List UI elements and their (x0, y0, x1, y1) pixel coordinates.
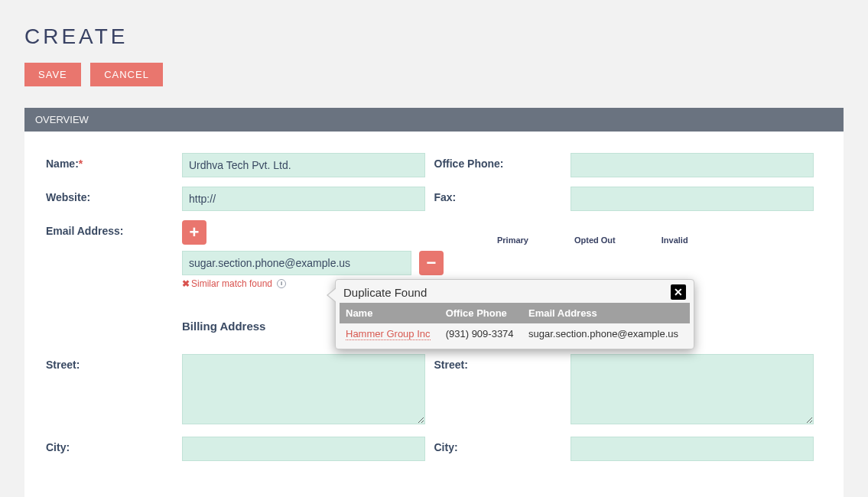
office-phone-input[interactable] (571, 153, 814, 177)
required-star: * (79, 158, 83, 170)
billing-street-input[interactable] (182, 354, 425, 424)
popup-title: Duplicate Found (343, 286, 427, 299)
fax-input[interactable] (571, 187, 814, 211)
opted-out-option-label: Opted Out (574, 236, 616, 245)
save-button[interactable]: SAVE (24, 63, 81, 86)
shipping-city-label: City: (434, 437, 557, 453)
popup-arrow (327, 287, 336, 303)
section-overview-header: OVERVIEW (24, 108, 844, 132)
name-input[interactable] (182, 153, 425, 177)
name-label-text: Name: (46, 158, 79, 170)
dup-row-name-link[interactable]: Hammer Group Inc (346, 328, 431, 340)
billing-street-label: Street: (46, 354, 168, 371)
shipping-street-input[interactable] (571, 354, 814, 424)
email-input[interactable] (182, 251, 411, 275)
shipping-street-label: Street: (434, 354, 557, 371)
billing-city-input[interactable] (182, 437, 425, 461)
name-label: Name:* (46, 153, 168, 170)
close-icon[interactable]: ✖ (182, 278, 190, 289)
cancel-button[interactable]: CANCEL (90, 63, 163, 86)
shipping-city-input[interactable] (571, 437, 814, 461)
invalid-option-label: Invalid (662, 236, 688, 245)
minus-icon: − (427, 252, 437, 274)
email-label: Email Address: (46, 220, 168, 237)
table-row: Hammer Group Inc (931) 909-3374 sugar.se… (340, 323, 690, 344)
office-phone-label: Office Phone: (434, 153, 557, 170)
fax-label: Fax: (434, 187, 557, 203)
website-input[interactable] (182, 187, 425, 211)
similar-match-text: Similar match found (191, 278, 272, 289)
plus-icon: + (190, 222, 200, 243)
dup-row-phone: (931) 909-3374 (440, 323, 522, 344)
dup-row-email: sugar.section.phone@example.us (522, 323, 690, 344)
billing-city-label: City: (46, 437, 168, 453)
email-options-header: Primary Opted Out Invalid (497, 232, 688, 245)
primary-option-label: Primary (497, 236, 528, 245)
dup-col-email: Email Address (522, 303, 690, 323)
website-label: Website: (46, 187, 168, 203)
duplicate-table: Name Office Phone Email Address Hammer G… (340, 303, 690, 344)
dup-col-name: Name (340, 303, 440, 323)
action-bar: SAVE CANCEL (24, 63, 844, 86)
add-email-button[interactable]: + (182, 220, 206, 245)
page-title: CREATE (24, 24, 844, 49)
remove-email-button[interactable]: − (419, 251, 444, 275)
close-popup-button[interactable]: ✕ (671, 284, 686, 300)
dup-col-phone: Office Phone (440, 303, 522, 323)
info-icon[interactable]: i (277, 279, 286, 288)
duplicate-popup: Duplicate Found ✕ Name Office Phone Emai… (335, 279, 694, 349)
